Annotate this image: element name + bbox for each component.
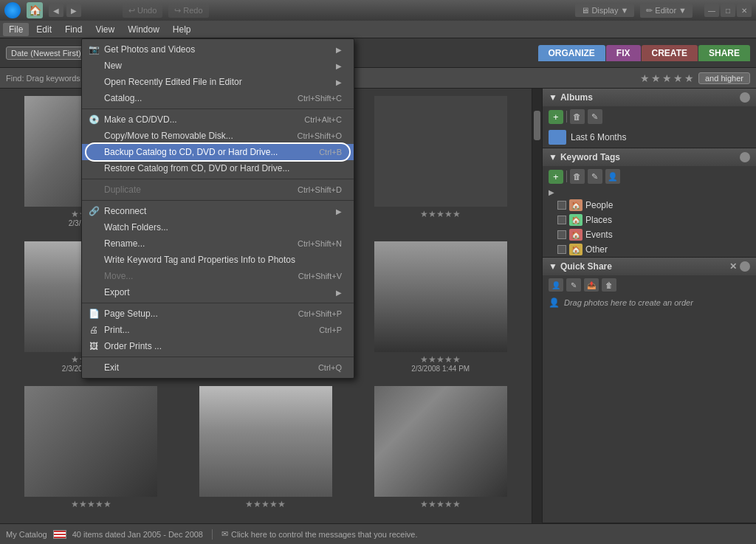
shortcut-label: Ctrl+P	[319, 326, 342, 334]
home-button[interactable]: 🏠	[27, 2, 43, 18]
minimize-button[interactable]: —	[704, 4, 719, 17]
menu-item-page-setup[interactable]: 📄 Page Setup... Ctrl+Shift+P	[82, 306, 354, 322]
photo-thumbnail[interactable]	[199, 386, 332, 497]
menu-item-catalog[interactable]: Catalog... Ctrl+Shift+C	[82, 90, 354, 106]
photo-thumbnail[interactable]	[374, 386, 507, 497]
albums-edit-button[interactable]: ✎	[588, 109, 602, 124]
catalog-label: My Catalog	[6, 530, 47, 539]
menu-item-export[interactable]: Export ▶	[82, 284, 354, 300]
menu-help[interactable]: Help	[167, 23, 197, 36]
people-checkbox[interactable]	[557, 201, 566, 210]
keyword-delete-button[interactable]: 🗑	[570, 169, 585, 184]
keyword-add-button[interactable]: +	[549, 170, 563, 184]
menu-separator	[82, 303, 354, 303]
menu-item-exit[interactable]: Exit Ctrl+Q	[82, 359, 354, 376]
message-area[interactable]: ✉ Click here to control the messages tha…	[221, 529, 418, 539]
menu-item-rename[interactable]: Rename... Ctrl+Shift+N	[82, 235, 354, 252]
star-filter[interactable]: ★ ★ ★ ★ ★	[640, 72, 694, 84]
menu-item-move: Move... Ctrl+Shift+V	[82, 268, 354, 284]
grid-scrollbar[interactable]	[532, 89, 542, 523]
menu-item-label: Make a CD/DVD...	[104, 114, 177, 125]
menu-item-backup-catalog[interactable]: Backup Catalog to CD, DVD or Hard Drive.…	[82, 144, 354, 160]
menu-file[interactable]: File	[3, 23, 29, 36]
qs-person-button[interactable]: 👤	[549, 278, 563, 292]
menu-item-copy-removable[interactable]: Copy/Move to Removable Disk... Ctrl+Shif…	[82, 128, 354, 144]
submenu-arrow-icon: ▶	[336, 62, 342, 70]
photo-item[interactable]: ★★★★★	[357, 96, 524, 234]
places-tag-label: Places	[585, 215, 612, 225]
redo-button[interactable]: ↪ Redo	[168, 4, 208, 18]
albums-header-left: ▼ Albums	[549, 92, 593, 103]
qs-edit-button[interactable]: ✎	[566, 278, 581, 292]
photo-thumbnail[interactable]	[374, 96, 507, 207]
menu-item-label: Print...	[104, 325, 130, 335]
keyword-tags-header[interactable]: ▼ Keyword Tags	[543, 148, 756, 166]
display-button[interactable]: 🖥 Display ▼	[575, 4, 634, 17]
photo-thumbnail[interactable]	[24, 386, 157, 497]
menu-item-label: Export	[104, 287, 130, 297]
events-checkbox[interactable]	[557, 230, 566, 239]
tag-item-people[interactable]: 🏠 People	[543, 198, 756, 213]
page-setup-icon: 📄	[88, 308, 100, 320]
keyword-person-button[interactable]: 👤	[605, 169, 620, 184]
menu-item-new[interactable]: New ▶	[82, 58, 354, 74]
qs-share-button[interactable]: 📤	[584, 278, 599, 292]
undo-button[interactable]: ↩ Undo	[123, 4, 162, 18]
menu-find[interactable]: Find	[59, 23, 88, 36]
forward-button[interactable]: ▶	[66, 4, 81, 17]
albums-header[interactable]: ▼ Albums	[543, 89, 756, 106]
qs-delete-button[interactable]: 🗑	[602, 278, 616, 292]
keyword-tags-chevron-icon: ▼	[549, 152, 557, 162]
menu-item-reconnect[interactable]: 🔗 Reconnect ▶	[82, 203, 354, 219]
menu-item-print[interactable]: 🖨 Print... Ctrl+P	[82, 322, 354, 338]
close-button[interactable]: ✕	[737, 4, 752, 17]
tag-item-places[interactable]: 🏠 Places	[543, 213, 756, 227]
shortcut-label: Ctrl+Shift+N	[298, 239, 342, 248]
filter-tag[interactable]: and higher	[698, 72, 750, 84]
menu-item-order-prints[interactable]: 🖼 Order Prints ...	[82, 338, 354, 354]
tab-fix[interactable]: FIX	[606, 45, 641, 61]
menu-edit[interactable]: Edit	[30, 23, 58, 36]
tab-share[interactable]: SHARE	[698, 45, 750, 61]
photo-item[interactable]: ★★★★★	[7, 386, 175, 516]
back-button[interactable]: ◀	[49, 4, 63, 17]
keyword-tree-expand[interactable]: ▶	[543, 187, 756, 198]
menu-item-label: Get Photos and Videos	[104, 44, 195, 55]
tab-organize[interactable]: ORGANIZE	[538, 45, 605, 61]
keyword-edit-button[interactable]: ✎	[588, 169, 602, 184]
quick-share-header[interactable]: ▼ Quick Share ✕	[543, 258, 756, 275]
photo-item[interactable]: ★★★★★	[182, 386, 350, 516]
menu-item-restore-catalog[interactable]: Restore Catalog from CD, DVD or Hard Dri…	[82, 160, 354, 176]
menu-item-write-keyword[interactable]: Write Keyword Tag and Properties Info to…	[82, 252, 354, 268]
photo-item[interactable]: ★★★★★ 2/3/2008 1:44 PM	[357, 241, 524, 379]
editor-button[interactable]: ✏ Editor ▼	[640, 4, 693, 18]
album-item-last6months[interactable]: Last 6 Months	[543, 127, 756, 148]
menu-item-make-cd[interactable]: 💿 Make a CD/DVD... Ctrl+Alt+C	[82, 111, 354, 128]
tab-create[interactable]: CREATE	[642, 45, 698, 61]
other-checkbox[interactable]	[557, 245, 566, 254]
tag-item-other[interactable]: 🏠 Other	[543, 242, 756, 257]
menu-item-open-recent[interactable]: Open Recently Edited File in Editor ▶	[82, 74, 354, 90]
quick-share-close-button[interactable]: ✕	[729, 261, 737, 272]
quick-share-bulb-icon	[740, 261, 750, 272]
keyword-tags-bulb-icon	[740, 152, 750, 162]
menu-item-label: Page Setup...	[104, 309, 158, 319]
menu-window[interactable]: Window	[122, 23, 165, 36]
star-1[interactable]: ★	[640, 72, 650, 84]
star-2[interactable]: ★	[651, 72, 661, 84]
menu-view[interactable]: View	[89, 23, 120, 36]
menu-item-watch-folders[interactable]: Watch Folders...	[82, 219, 354, 235]
places-checkbox[interactable]	[557, 216, 566, 224]
photo-thumbnail[interactable]	[374, 241, 507, 352]
star-3[interactable]: ★	[662, 72, 672, 84]
photo-item[interactable]: ★★★★★	[357, 386, 524, 516]
albums-add-button[interactable]: +	[549, 110, 563, 124]
star-5[interactable]: ★	[684, 72, 694, 84]
tag-item-events[interactable]: 🏠 Events	[543, 227, 756, 242]
star-4[interactable]: ★	[673, 72, 683, 84]
maximize-button[interactable]: □	[721, 4, 735, 17]
toolbar-divider	[566, 171, 567, 182]
albums-delete-button[interactable]: 🗑	[570, 109, 585, 124]
menu-item-get-photos[interactable]: 📷 Get Photos and Videos ▶	[82, 41, 354, 58]
quick-share-drop-area[interactable]: 👤 Drag photos here to create an order	[543, 295, 756, 311]
